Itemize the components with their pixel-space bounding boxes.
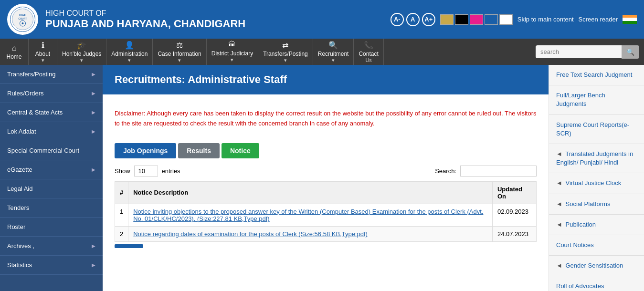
notice-link-1[interactable]: Notice inviting objections to the propos…	[133, 208, 483, 222]
font-decrease-button[interactable]: A-	[391, 13, 404, 26]
table-controls: Show entries Search:	[115, 166, 537, 177]
theme-pink-button[interactable]	[470, 14, 483, 25]
scroll-indicator[interactable]	[115, 244, 143, 248]
theme-gold-button[interactable]	[440, 14, 454, 25]
nav-district-judiciary[interactable]: 🏛 District Judiciary ▾	[207, 39, 258, 65]
sidebar-item-egazette[interactable]: eGazette ▶	[0, 160, 103, 179]
tab-buttons: Job Openings Results Notice	[115, 143, 537, 158]
svg-text:HIGH: HIGH	[19, 13, 26, 16]
right-sidebar-item-scr[interactable]: Supreme Court Reports(e-SCR)	[549, 115, 644, 144]
font-increase-button[interactable]: A+	[422, 13, 435, 26]
nav-case-info[interactable]: ⚖ Case Information ▾	[153, 39, 206, 65]
tab-results[interactable]: Results	[178, 143, 220, 158]
search-label: Search:	[435, 167, 456, 175]
sidebar-item-tenders[interactable]: Tenders	[0, 198, 103, 218]
font-size-controls: A- A A+	[391, 13, 435, 26]
color-theme-controls	[440, 14, 513, 25]
home-icon: ⌂	[12, 44, 17, 52]
row-description: Notice inviting objections to the propos…	[128, 204, 493, 226]
right-sidebar-item-gender[interactable]: ◄ Gender Sensitisation	[549, 256, 644, 276]
nav-judges[interactable]: 🎓 Hon'ble Judges ▾	[57, 39, 106, 65]
nav-bar: ⌂ Home ℹ About ▾ 🎓 Hon'ble Judges ▾ 👤 Ad…	[0, 39, 644, 65]
right-sidebar-item-free-text[interactable]: Free Text Search Judgment	[549, 65, 644, 85]
row-num: 1	[115, 204, 128, 226]
col-header-num: #	[115, 181, 128, 204]
nav-about[interactable]: ℹ About ▾	[29, 39, 57, 65]
svg-point-5	[22, 22, 24, 24]
col-header-updated: Updated On	[492, 181, 536, 204]
case-icon: ⚖	[176, 41, 183, 50]
sidebar-item-special-commercial-court[interactable]: Special Commercial Court	[0, 141, 103, 160]
skip-main-content-link[interactable]: Skip to main content	[517, 16, 574, 23]
table-row: 1 Notice inviting objections to the prop…	[115, 204, 537, 226]
theme-white-button[interactable]	[499, 14, 513, 25]
nav-transfers[interactable]: ⇄ Transfers/Posting ▾	[258, 39, 313, 65]
search-input[interactable]	[536, 45, 622, 58]
row-num: 2	[115, 226, 128, 241]
disclaimer-text: Disclaimer: Although every care has been…	[115, 104, 537, 134]
right-sidebar-item-publication[interactable]: ◄ Publication	[549, 215, 644, 235]
right-sidebar-item-social[interactable]: ◄ Social Platforms	[549, 194, 644, 215]
sidebar-item-rules[interactable]: Rules/Orders ▶	[0, 84, 103, 103]
court-top-line: HIGH COURT OF	[45, 9, 245, 18]
india-flag	[623, 15, 637, 24]
theme-blue-button[interactable]	[485, 14, 498, 25]
notices-table: # Notice Description Updated On 1 Notice…	[115, 181, 537, 242]
table-search-input[interactable]	[460, 166, 537, 177]
chevron-left-icon: ◄	[556, 179, 562, 187]
nav-administration[interactable]: 👤 Administration ▾	[106, 39, 153, 65]
sidebar-item-statistics[interactable]: Statistics ▶	[0, 256, 103, 275]
header: HIGH COURT HIGH COURT OF PUNJAB AND HARY…	[0, 0, 644, 39]
sidebar-item-legal-aid[interactable]: Legal Aid	[0, 179, 103, 198]
chevron-right-icon: ▶	[92, 167, 95, 172]
judges-icon: 🎓	[77, 41, 86, 50]
content-area: Disclaimer: Although every care has been…	[103, 94, 549, 260]
right-sidebar-item-roll[interactable]: Roll of Advocates	[549, 276, 644, 291]
font-normal-button[interactable]: A	[406, 13, 420, 26]
chevron-right-icon: ▶	[92, 243, 95, 249]
chevron-right-icon: ▶	[92, 91, 95, 96]
table-row: 2 Notice regarding dates of examination …	[115, 226, 537, 241]
left-sidebar: Transfers/Posting ▶ Rules/Orders ▶ Centr…	[0, 65, 103, 291]
page-title: Recruitments: Administrative Staff	[103, 65, 549, 94]
row-updated: 02.09.2023	[492, 204, 536, 226]
show-label: Show	[115, 167, 130, 175]
info-icon: ℹ	[42, 41, 44, 50]
sidebar-item-lok-adalat[interactable]: Lok Adalat ▶	[0, 122, 103, 141]
right-sidebar-item-larger-bench[interactable]: Full/Larger Bench Judgments	[549, 85, 644, 114]
main-layout: Transfers/Posting ▶ Rules/Orders ▶ Centr…	[0, 65, 644, 291]
header-right: A- A A+ Skip to main content Screen read…	[391, 13, 637, 26]
right-sidebar-item-virtual-justice[interactable]: ◄ Virtual Justice Clock	[549, 173, 644, 194]
nav-recruitment[interactable]: 🔍 Recruitment ▾	[313, 39, 354, 65]
right-sidebar-item-translated[interactable]: ◄ Translated Judgments in English/ Punja…	[549, 144, 644, 173]
tab-notice[interactable]: Notice	[222, 143, 259, 158]
nav-contact[interactable]: 📞 Contact Us	[354, 39, 383, 65]
sidebar-item-transfers[interactable]: Transfers/Posting ▶	[0, 65, 103, 84]
right-sidebar-item-court-notices[interactable]: Court Notices	[549, 235, 644, 256]
col-header-description: Notice Description	[128, 181, 493, 204]
chevron-right-icon: ▶	[92, 129, 95, 134]
sidebar-item-roster[interactable]: Roster	[0, 218, 103, 237]
notice-link-2[interactable]: Notice regarding dates of examination fo…	[133, 230, 368, 238]
admin-icon: 👤	[125, 41, 134, 50]
row-updated: 24.07.2023	[492, 226, 536, 241]
tab-job-openings[interactable]: Job Openings	[115, 143, 176, 158]
screen-reader-link[interactable]: Screen reader	[579, 16, 618, 23]
svg-text:COURT: COURT	[19, 17, 27, 20]
court-name-line: PUNJAB AND HARYANA, CHANDIGARH	[45, 18, 245, 30]
search-button[interactable]: 🔍	[622, 45, 639, 59]
entries-input[interactable]	[134, 166, 158, 177]
nav-home[interactable]: ⌂ Home	[0, 39, 29, 65]
court-title: HIGH COURT OF PUNJAB AND HARYANA, CHANDI…	[45, 9, 245, 30]
sidebar-item-central-state-acts[interactable]: Central & State Acts ▶	[0, 103, 103, 122]
contact-icon: 📞	[364, 41, 373, 50]
center-content: Recruitments: Administrative Staff Discl…	[103, 65, 549, 291]
chevron-left-icon: ◄	[556, 221, 562, 228]
theme-black-button[interactable]	[455, 14, 468, 25]
sidebar-item-archives[interactable]: Archives , ▶	[0, 237, 103, 256]
recruitment-icon: 🔍	[328, 41, 338, 50]
judiciary-icon: 🏛	[228, 41, 236, 49]
table-search-control: Search:	[435, 166, 537, 177]
chevron-right-icon: ▶	[92, 72, 95, 77]
nav-search-box: 🔍	[531, 39, 644, 65]
